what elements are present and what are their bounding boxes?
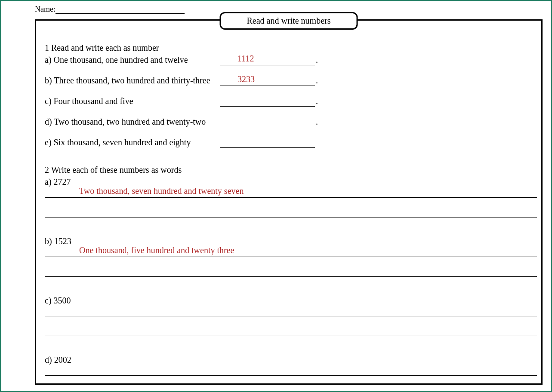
q1-item-d: d) Two thousand, two hundred and twenty-… [45, 116, 537, 127]
q1-d-answer-blank[interactable] [220, 119, 315, 127]
q1-c-answer-blank[interactable] [220, 98, 315, 107]
q2-item-d: d) 2002 [45, 354, 537, 392]
worksheet-content: 1 Read and write each as number a) One t… [45, 42, 537, 392]
q1-b-answer-blank[interactable]: 3233 [220, 77, 315, 86]
name-field: Name: [35, 5, 185, 14]
q1-item-a: a) One thousand, one hundred and twelve … [45, 54, 537, 65]
worksheet-title: Read and write numbers [220, 12, 358, 30]
q2-section: 2 Write each of these numbers as words a… [45, 164, 537, 392]
q2-b-answer-line-1[interactable]: One thousand, five hundred and twenty th… [45, 247, 537, 257]
q2-d-answer-line-2[interactable] [45, 385, 537, 392]
period: . [316, 54, 318, 65]
q1-e-label: e) Six thousand, seven hundred and eight… [45, 137, 217, 148]
worksheet-frame: Name: Read and write numbers 1 Read and … [0, 0, 552, 392]
q2-b-answer: One thousand, five hundred and twenty th… [79, 245, 234, 256]
q2-b-answer-line-2[interactable] [45, 266, 537, 277]
q1-a-answer-blank[interactable]: 1112 [220, 57, 315, 65]
q2-c-answer-line-1[interactable] [45, 306, 537, 316]
period: . [316, 75, 318, 86]
q1-b-answer: 3233 [237, 74, 255, 85]
q2-a-answer-line-1[interactable]: Two thousand, seven hundred and twenty s… [45, 187, 537, 198]
q2-a-answer: Two thousand, seven hundred and twenty s… [79, 185, 244, 196]
q2-header: 2 Write each of these numbers as words [45, 164, 537, 175]
q2-d-answer-line-1[interactable] [45, 365, 537, 376]
q1-c-label: c) Four thousand and five [45, 95, 217, 107]
q2-c-answer-line-2[interactable] [45, 326, 537, 336]
q1-a-label: a) One thousand, one hundred and twelve [45, 54, 217, 65]
worksheet-box: Read and write numbers 1 Read and write … [35, 19, 543, 385]
q1-header: 1 Read and write each as number [45, 42, 537, 53]
period: . [316, 95, 318, 107]
q2-c-label: c) 3500 [45, 295, 537, 306]
q1-item-c: c) Four thousand and five . [45, 95, 537, 107]
name-label: Name: [35, 5, 56, 13]
q1-b-label: b) Three thousand, two hundred and thirt… [45, 75, 217, 86]
q2-d-label: d) 2002 [45, 354, 537, 365]
period: . [316, 116, 318, 127]
q2-item-b: b) 1523 One thousand, five hundred and t… [45, 236, 537, 277]
q1-d-label: d) Two thousand, two hundred and twenty-… [45, 116, 217, 127]
q2-item-c: c) 3500 [45, 295, 537, 336]
q1-e-answer-blank[interactable] [220, 139, 315, 148]
q2-a-answer-line-2[interactable] [45, 207, 537, 217]
q1-item-b: b) Three thousand, two hundred and thirt… [45, 75, 537, 86]
q1-item-e: e) Six thousand, seven hundred and eight… [45, 137, 537, 148]
name-input-line[interactable] [56, 8, 185, 14]
q1-a-answer: 1112 [237, 53, 254, 64]
q2-item-a: a) 2727 Two thousand, seven hundred and … [45, 176, 537, 217]
